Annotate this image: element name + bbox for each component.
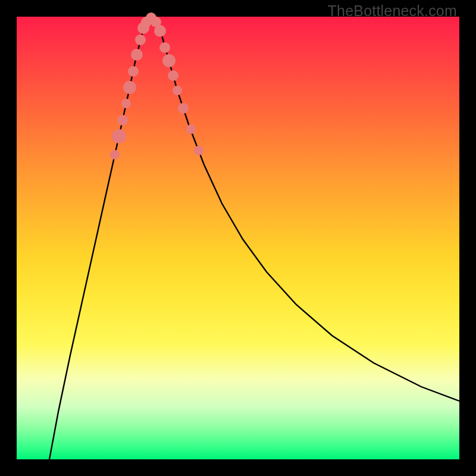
optimum-marker [131,49,143,61]
optimum-marker [178,103,189,114]
optimum-marker [159,42,170,53]
bottleneck-curve [49,18,459,459]
optimum-marker [186,124,196,134]
optimum-marker [135,35,146,45]
optimum-marker [168,70,178,81]
chart-svg [17,17,459,459]
optimum-marker [110,150,120,159]
optimum-marker [162,54,176,67]
optimum-marker [123,81,136,94]
optimum-marker-group [110,12,203,159]
optimum-marker [154,25,166,37]
optimum-marker [194,146,203,155]
optimum-marker [121,99,131,108]
optimum-marker [128,66,139,77]
optimum-marker [173,86,182,95]
optimum-marker [112,129,126,143]
chart-frame [17,17,459,459]
optimum-marker [117,115,128,126]
